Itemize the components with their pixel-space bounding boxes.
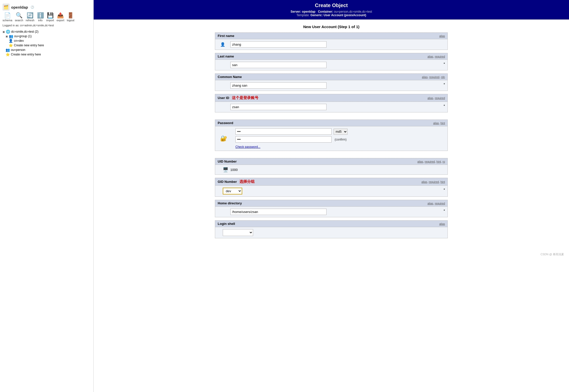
export-button[interactable]: 📤 export xyxy=(56,13,64,22)
password-section: Password alias, hint 🔐 md5 sha ssha cryp… xyxy=(215,120,448,151)
last-name-hints: alias, required xyxy=(428,55,445,58)
tree-ou-person[interactable]: 👥 ou=person xyxy=(6,48,91,52)
tree: ▣ 🌐 dc=smile,dc=test (2) ▣ 👥 ou=group (1… xyxy=(0,28,93,390)
last-name-required-link[interactable]: required xyxy=(435,55,445,58)
gid-required-link[interactable]: required xyxy=(429,180,439,183)
refresh-button[interactable]: 🔄 refresh xyxy=(26,13,34,22)
header-sub: Server: openldap Container: ou=person,dc… xyxy=(99,10,564,17)
last-name-body: * xyxy=(215,60,448,70)
first-name-label: First name xyxy=(218,34,234,38)
uid-required-link[interactable]: required xyxy=(435,96,445,100)
first-name-section: First name alias 👤 xyxy=(215,32,448,50)
schema-button[interactable]: 📄 schema xyxy=(3,13,12,22)
lock-icon: 🔐 xyxy=(220,135,227,142)
schema-icon: 📄 xyxy=(4,13,11,18)
password-confirm-input[interactable] xyxy=(235,136,332,143)
login-shell-body: /bin/bash /bin/sh /bin/zsh xyxy=(215,227,448,238)
schema-label: schema xyxy=(3,19,12,22)
server-value: openldap xyxy=(302,10,315,13)
home-alias-link[interactable]: alias xyxy=(428,202,433,205)
search-label: search xyxy=(15,19,23,22)
uid-alias-link[interactable]: alias xyxy=(428,96,433,100)
gid-alias-link[interactable]: alias xyxy=(421,180,427,183)
login-shell-select[interactable]: /bin/bash /bin/sh /bin/zsh xyxy=(223,229,253,236)
template-value: Generic: User Account (posixAccount) xyxy=(311,13,366,17)
first-name-input[interactable] xyxy=(230,41,327,48)
tree-cn-dev[interactable]: 👤 cn=dev xyxy=(9,38,91,43)
last-name-label: Last name xyxy=(218,54,234,58)
shell-alias-link[interactable]: alias xyxy=(439,222,445,225)
tree-toggle-group: ▣ xyxy=(6,35,8,38)
password-input[interactable] xyxy=(235,128,332,135)
uid-icon: 🖥️ xyxy=(223,167,228,172)
uid-value: 1000 xyxy=(230,168,238,172)
hash-select[interactable]: md5 sha ssha crypt plain xyxy=(334,129,348,135)
user-id-annotation: 这个是登录账号 xyxy=(232,95,258,100)
last-name-alias-link[interactable]: alias xyxy=(428,55,433,58)
uid-number-section: UID Number alias, required, hint, ro 🖥️ … xyxy=(215,158,448,175)
tree-icon-root: 🌐 xyxy=(6,30,10,34)
password-row-1: md5 sha ssha crypt plain xyxy=(235,128,348,135)
info-label: info xyxy=(38,19,43,22)
uid-num-ro-link[interactable]: ro xyxy=(442,160,445,163)
confirm-label: (confirm) xyxy=(335,138,347,141)
tree-create-person[interactable]: ⭐ Create new entry here xyxy=(6,52,91,57)
gid-required-star: * xyxy=(444,188,445,192)
cn-rdn-link[interactable]: rdn xyxy=(441,75,445,79)
cn-required-link[interactable]: required xyxy=(429,75,439,79)
uid-num-alias-link[interactable]: alias xyxy=(417,160,423,163)
user-id-required-star: * xyxy=(444,104,445,108)
home-required-link[interactable]: required xyxy=(435,202,445,205)
app-clock: 🕐 xyxy=(31,6,34,9)
search-button[interactable]: 🔍 search xyxy=(15,13,23,22)
tree-toggle-root: ▣ xyxy=(3,30,5,33)
home-directory-body: * xyxy=(215,207,448,217)
tree-star-person: ⭐ xyxy=(6,52,10,56)
sidebar: 🗂️ openldap 🕐 📄 schema 🔍 search 🔄 refres… xyxy=(0,0,94,392)
tree-create-group[interactable]: ⭐ Create new entry here xyxy=(9,43,91,48)
import-label: import xyxy=(46,19,54,22)
logged-in-info: Logged in as: cn=admin,dc=smile,dc=test xyxy=(0,23,93,28)
gid-number-section: GID Number 选择分组 alias, required, hint de… xyxy=(215,178,448,197)
login-shell-hints: alias xyxy=(439,222,445,225)
password-body: 🔐 md5 sha ssha crypt plain xyxy=(215,126,448,151)
user-id-header: User ID 这个是登录账号 alias, required xyxy=(215,94,448,102)
pwd-hint-link[interactable]: hint xyxy=(440,122,445,125)
page-header: Create Object Server: openldap Container… xyxy=(94,0,569,19)
last-name-header: Last name alias, required xyxy=(215,53,448,60)
search-icon: 🔍 xyxy=(16,13,23,18)
common-name-hints: alias, required, rdn xyxy=(422,75,445,79)
cn-alias-link[interactable]: alias xyxy=(422,75,428,79)
toolbar: 📄 schema 🔍 search 🔄 refresh ℹ️ info 💾 im… xyxy=(0,12,93,23)
info-button[interactable]: ℹ️ info xyxy=(37,13,44,22)
uid-number-label: UID Number xyxy=(218,160,237,163)
home-directory-label: Home directory xyxy=(218,201,242,205)
common-name-label: Common Name xyxy=(218,75,242,79)
check-password-link[interactable]: Check password... xyxy=(235,145,348,149)
uid-number-hints: alias, required, hint, ro xyxy=(417,160,445,163)
export-label: export xyxy=(56,19,64,22)
home-directory-section: Home directory alias, required * xyxy=(215,200,448,217)
last-name-input[interactable] xyxy=(230,62,327,68)
first-name-alias-link[interactable]: alias xyxy=(439,34,445,37)
gid-number-header-content: GID Number 选择分组 xyxy=(218,179,255,184)
uid-num-hint-link[interactable]: hint xyxy=(436,160,441,163)
gid-hint-link[interactable]: hint xyxy=(440,180,445,183)
logout-button[interactable]: 🚪 logout xyxy=(67,13,74,22)
common-name-header: Common Name alias, required, rdn xyxy=(215,73,448,80)
home-directory-input[interactable] xyxy=(230,209,327,215)
uid-num-required-link[interactable]: required xyxy=(425,160,435,163)
tree-ou-group[interactable]: ▣ 👥 ou=group (1) xyxy=(6,34,91,38)
user-id-body: * xyxy=(215,102,448,112)
gid-select[interactable]: dev group1 group2 xyxy=(223,188,242,194)
main-content: Create Object Server: openldap Container… xyxy=(94,0,569,392)
app-icon: 🗂️ xyxy=(3,4,10,11)
first-name-header: First name alias xyxy=(215,32,448,39)
user-id-input[interactable] xyxy=(230,104,327,110)
import-button[interactable]: 💾 import xyxy=(46,13,54,22)
tree-root[interactable]: ▣ 🌐 dc=smile,dc=test (2) xyxy=(3,29,91,34)
server-label: Server: xyxy=(291,10,301,13)
last-name-required-star: * xyxy=(444,62,445,66)
common-name-input[interactable] xyxy=(230,82,327,89)
pwd-alias-link[interactable]: alias xyxy=(433,122,439,125)
